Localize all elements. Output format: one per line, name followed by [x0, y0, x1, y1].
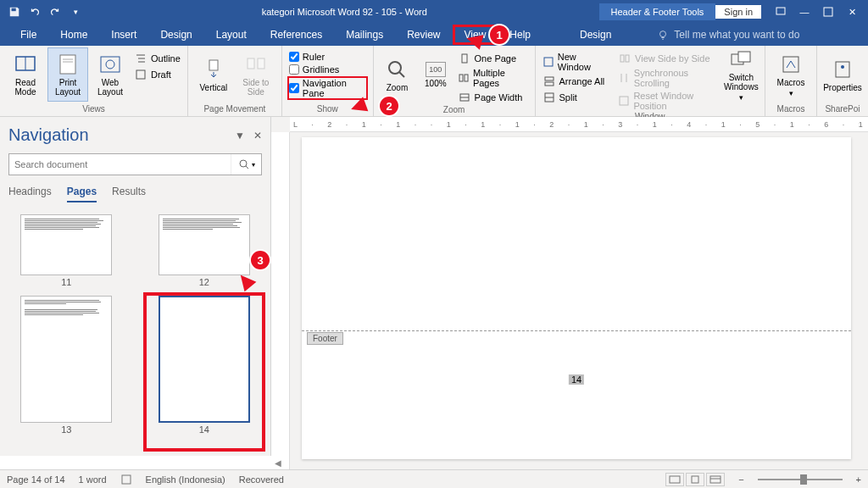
zoom-100-button[interactable]: 100100%: [417, 47, 453, 102]
side-to-side-button[interactable]: Side to Side: [236, 47, 276, 102]
multiple-pages-button[interactable]: Multiple Pages: [456, 67, 530, 89]
document-title: kategori Microsoft Word 92 - 105 - Word: [90, 7, 599, 17]
svg-point-3: [660, 31, 666, 37]
macros-button[interactable]: Macros▾: [771, 47, 811, 102]
properties-button[interactable]: Properties: [822, 47, 863, 102]
group-views: Read Mode Print Layout Web Layout Outlin…: [0, 46, 188, 116]
status-page[interactable]: Page 14 of 14: [7, 474, 65, 485]
outline-icon: [134, 52, 147, 65]
zoom-100-icon: 100: [426, 62, 446, 77]
page-number-field[interactable]: 14: [569, 374, 584, 385]
footer-label[interactable]: Footer: [307, 332, 343, 345]
nav-close-icon[interactable]: ✕: [253, 130, 262, 141]
view-buttons: [665, 473, 725, 486]
maximize-icon[interactable]: [817, 3, 839, 21]
tab-review[interactable]: Review: [395, 25, 452, 45]
tab-design-context[interactable]: Design: [568, 25, 623, 45]
status-spellcheck-icon[interactable]: [120, 474, 132, 485]
svg-rect-37: [670, 476, 680, 483]
qat-dropdown-icon[interactable]: ▾: [66, 3, 85, 21]
sign-in-button[interactable]: Sign in: [715, 5, 761, 19]
svg-rect-32: [836, 62, 849, 77]
svg-rect-28: [620, 97, 628, 105]
svg-rect-17: [462, 54, 467, 63]
page-width-button[interactable]: Page Width: [456, 90, 530, 105]
tab-home[interactable]: Home: [48, 25, 99, 45]
document-page[interactable]: Footer 14: [302, 137, 851, 459]
side-by-side-icon: [618, 52, 632, 65]
split-button[interactable]: Split: [541, 90, 609, 105]
side-to-side-icon: [244, 53, 268, 76]
nav-tab-pages[interactable]: Pages: [67, 186, 97, 202]
chevron-down-icon: ▾: [739, 93, 743, 102]
nav-tab-results[interactable]: Results: [112, 186, 146, 202]
vertical-button[interactable]: Vertical: [193, 47, 234, 102]
svg-rect-9: [101, 57, 120, 72]
tell-me-search[interactable]: Tell me what you want to do: [657, 29, 799, 41]
vertical-ruler[interactable]: [271, 132, 290, 469]
tab-references[interactable]: References: [259, 25, 334, 45]
one-page-icon: [458, 52, 471, 65]
web-layout-button[interactable]: Web Layout: [90, 47, 131, 102]
search-icon: [238, 158, 250, 170]
status-language[interactable]: English (Indonesia): [146, 474, 225, 485]
new-window-button[interactable]: New Window: [541, 51, 609, 73]
save-icon[interactable]: [5, 3, 24, 21]
view-web-icon[interactable]: [706, 473, 725, 486]
web-layout-icon: [98, 53, 122, 76]
thumbnail[interactable]: 11: [8, 214, 125, 287]
close-icon[interactable]: ✕: [841, 3, 863, 21]
svg-rect-26: [620, 55, 624, 62]
ribbon-options-icon[interactable]: [770, 3, 792, 21]
view-print-icon[interactable]: [686, 473, 704, 486]
status-recovered[interactable]: Recovered: [239, 474, 284, 485]
zoom-in-button[interactable]: +: [856, 474, 861, 485]
tab-layout[interactable]: Layout: [204, 25, 259, 45]
svg-rect-14: [258, 58, 264, 69]
reset-window-button[interactable]: Reset Window Position: [616, 90, 721, 112]
svg-rect-19: [465, 75, 468, 81]
ruler-checkbox[interactable]: Ruler: [287, 51, 368, 63]
thumbnail-selected[interactable]: 14: [147, 296, 263, 435]
redo-icon[interactable]: [46, 3, 64, 21]
properties-icon: [831, 58, 854, 81]
nav-tab-headings[interactable]: Headings: [8, 186, 52, 202]
search-input[interactable]: [9, 154, 231, 175]
search-button[interactable]: ▾: [231, 154, 261, 175]
svg-rect-2: [824, 8, 832, 16]
tab-design[interactable]: Design: [148, 25, 203, 45]
tab-insert[interactable]: Insert: [99, 25, 148, 45]
print-layout-icon: [56, 53, 80, 76]
thumbnail[interactable]: 13: [8, 296, 125, 435]
view-read-icon[interactable]: [665, 473, 684, 486]
tab-file[interactable]: File: [8, 25, 48, 45]
one-page-button[interactable]: One Page: [456, 51, 530, 66]
switch-windows-button[interactable]: Switch Windows▾: [723, 47, 760, 102]
undo-icon[interactable]: [25, 3, 44, 21]
sync-scroll-button[interactable]: Synchronous Scrolling: [616, 67, 721, 89]
view-side-by-side-button[interactable]: View Side by Side: [616, 51, 721, 66]
read-mode-button[interactable]: Read Mode: [5, 47, 46, 102]
scroll-left-icon[interactable]: ◀: [275, 458, 281, 468]
group-zoom-label: Zoom: [379, 105, 530, 115]
navigation-search[interactable]: ▾: [8, 153, 262, 175]
zoom-out-button[interactable]: −: [738, 474, 743, 485]
nav-dropdown-icon[interactable]: ▼: [235, 130, 245, 141]
svg-rect-31: [783, 57, 798, 72]
gridlines-checkbox[interactable]: Gridlines: [287, 64, 368, 75]
tab-mailings[interactable]: Mailings: [334, 25, 395, 45]
bulb-icon: [657, 29, 669, 41]
outline-button[interactable]: Outline: [132, 51, 182, 66]
group-views-label: Views: [5, 104, 182, 114]
arrange-all-button[interactable]: Arrange All: [541, 74, 609, 89]
draft-button[interactable]: Draft: [132, 67, 182, 82]
minimize-icon[interactable]: —: [793, 3, 815, 21]
callout-3: 3: [251, 251, 270, 269]
horizontal-ruler[interactable]: L · 2 · 1 · 1 · · 1 · 1 · 1 · 2 · 1 · 3 …: [290, 117, 868, 132]
status-words[interactable]: 1 word: [79, 474, 107, 485]
page-thumbnails: 11 12 13 14: [8, 214, 262, 435]
navigation-title: Navigation: [8, 125, 89, 145]
zoom-button[interactable]: Zoom: [379, 47, 415, 102]
zoom-slider[interactable]: [758, 478, 843, 481]
print-layout-button[interactable]: Print Layout: [47, 47, 88, 102]
